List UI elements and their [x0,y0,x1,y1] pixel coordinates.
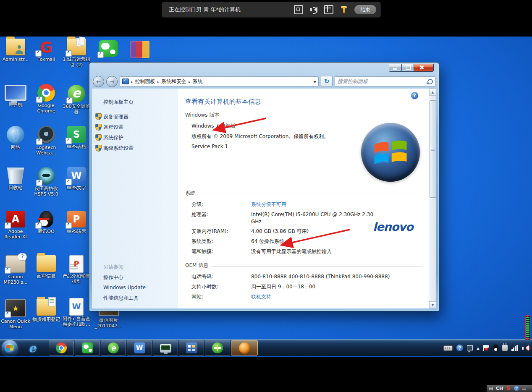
keyboard-icon[interactable] [443,345,453,351]
desktop-icon-review-info-folder[interactable]: 面审信息 [31,255,61,279]
maximize-button[interactable] [402,64,414,72]
power-plug-icon[interactable] [502,345,508,351]
desktop-icon-network[interactable]: 网络 [0,126,31,150]
sogou-input-icon[interactable] [506,386,511,392]
breadcrumb-control-panel[interactable]: 控制面板 [135,78,155,85]
desktop-icon-foxmail[interactable]: Foxmail [31,39,61,62]
sidebar-item-control-panel-home[interactable]: 控制面板主页 [103,99,134,106]
service-pack-text: Service Pack 1 [191,144,228,149]
action-center-flag-icon[interactable] [483,345,489,351]
desktop-icon-chrome[interactable]: Google Chrome [31,85,61,114]
sidebar-item-action-center[interactable]: 操作中心 [103,274,123,281]
breadcrumb-system-security[interactable]: 系统和安全 [161,78,186,85]
oem-row-label: 网站: [191,293,203,301]
desktop-icon-wps-writer[interactable]: WPS文字 [61,167,92,191]
scrollbar-thumb[interactable] [430,100,436,198]
online-support-link[interactable]: 联机支持 [251,293,271,301]
back-button[interactable] [93,76,104,87]
search-icon[interactable] [427,79,433,84]
network-icon [7,126,24,144]
taskbar-item-remote-desktop[interactable] [153,340,178,355]
vertical-scrollbar[interactable] [429,89,436,308]
folder-icon [37,255,56,272]
window-split-icon[interactable] [324,5,333,14]
forward-button[interactable] [106,76,118,87]
taskbar-item-wechat[interactable] [75,340,100,355]
qq-tray-icon[interactable] [493,345,498,351]
desktop-icon-360-browser[interactable]: 360安全浏览器 [61,85,92,115]
desktop-icon-product-intro-doc[interactable]: 产品介绍销售指引 [61,255,92,284]
rating-unavailable-link[interactable]: 系统分级不可用 [251,201,286,208]
search-box[interactable] [335,76,435,86]
drag-grip-icon[interactable] [489,387,493,390]
desktop-icon-materials-folder[interactable]: 物质领用登记 [31,299,61,322]
sidebar-item-system-protection[interactable]: 系统保护 [103,134,123,141]
desktop-icon-scanner[interactable]: 良田高拍仪 HSPS V5.0 [31,167,61,197]
desktop-icon-computer[interactable]: 计算机 [0,85,31,107]
desktop-icon-winrar[interactable] [125,41,155,59]
sidebar-item-windows-update[interactable]: Windows Update [103,285,146,290]
breadcrumb-system[interactable]: 系统 [193,78,203,85]
speaker-icon[interactable] [310,6,317,13]
show-hidden-icons-icon[interactable] [477,345,480,351]
desktop-icon-canon-printer[interactable]: Canon MP230 s... [0,255,31,285]
sidebar-item-advanced-settings[interactable]: 高级系统设置 [103,145,134,152]
taskbar-item-360-safety[interactable] [205,340,230,355]
scroll-down-icon[interactable] [429,301,436,308]
help-icon[interactable] [411,92,418,99]
address-bar[interactable]: 控制面板 系统和安全 系统 [120,76,319,86]
desktop-icon-attachment7-doc[interactable]: 附件7 自营金融委托扣款... [61,298,92,327]
desktop-icon-qq[interactable]: 腾讯QQ [31,211,61,234]
fullscreen-icon[interactable] [294,5,303,14]
taskbar-item-internet-explorer[interactable] [22,340,43,355]
section-divider [199,194,423,194]
windows-edition: Windows 7 旗舰版 [191,123,236,130]
canon-quick-menu-icon [5,299,26,317]
section-header-windows-version: Windows 版本 [185,112,423,119]
ime-minimize-icon[interactable] [522,389,526,389]
taskbar-item-remote-session-active[interactable] [231,340,258,355]
end-session-button[interactable]: 结束 [354,5,376,14]
taskbar-item-wps[interactable] [127,340,152,355]
desktop-icon-adobe-reader[interactable]: Adobe Reader XI [0,211,31,240]
sidebar-item-remote-settings[interactable]: 远程设置 [103,124,123,131]
support-hours-value: 周一至周日 9：00—18：00 [251,283,315,290]
sidebar-item-performance-tools[interactable]: 性能信息和工具 [103,295,139,302]
search-input[interactable] [337,77,427,86]
question-bubble-glyph [18,253,27,261]
desktop-icon-recycle-bin[interactable]: 回收站 [0,167,31,191]
desktop-icon-logitech-webcam[interactable]: Logitech Webca... [31,126,61,156]
desktop-icon-canon-quick-menu[interactable]: Canon Quick Menu [0,299,31,329]
shortcut-arrow-badge [66,222,72,229]
taskbar-item-system-tool[interactable] [179,340,204,355]
system-row-label: 系统类型: [191,238,213,245]
taskbar-item-chrome[interactable] [49,340,74,355]
help-icon[interactable] [456,345,463,351]
volume-muted-icon[interactable] [522,345,529,351]
minimize-button[interactable] [389,64,402,72]
ime-help-icon[interactable] [514,386,519,391]
language-indicator[interactable]: CH [496,385,503,392]
network-signal-icon[interactable] [511,345,518,351]
shortcut-arrow-badge [35,222,42,229]
system-window: 控制面板 系统和安全 系统 控制面板主页 设备管理器 远程设置 系统保 [89,62,439,311]
desktop-icon-wps-presentation[interactable]: WPS演示 [61,211,92,234]
scroll-up-icon[interactable] [429,89,436,96]
pen-tool-icon[interactable] [340,6,348,13]
taskbar-item-360-browser[interactable] [101,340,126,355]
close-button[interactable] [414,64,434,72]
mute-badge-icon [526,346,530,350]
folder-documents-icon [67,39,86,55]
window-restore-icon[interactable] [467,345,473,350]
desktop-icon-administrator[interactable]: Administr... [0,39,31,62]
system-row-label: 安装内存(RAM): [191,228,228,235]
desktop-icon-city-ops-folder[interactable]: 1 城市运营指引 (2) [61,39,92,68]
desktop-icon-wps-spreadsheet[interactable]: WPS表格 [61,126,92,149]
refresh-button[interactable] [321,76,333,87]
processor-value: Intel(R) Core(TM) i5-6200U CPU @ 2.30GHz… [251,211,377,225]
start-button[interactable] [2,340,18,356]
desktop-icon-wechat[interactable] [93,40,123,58]
remote-status-text: 正在控制口男 青 年*的计算机 [169,6,287,13]
address-dropdown-icon[interactable] [314,78,316,84]
sidebar-item-device-manager[interactable]: 设备管理器 [103,113,128,120]
